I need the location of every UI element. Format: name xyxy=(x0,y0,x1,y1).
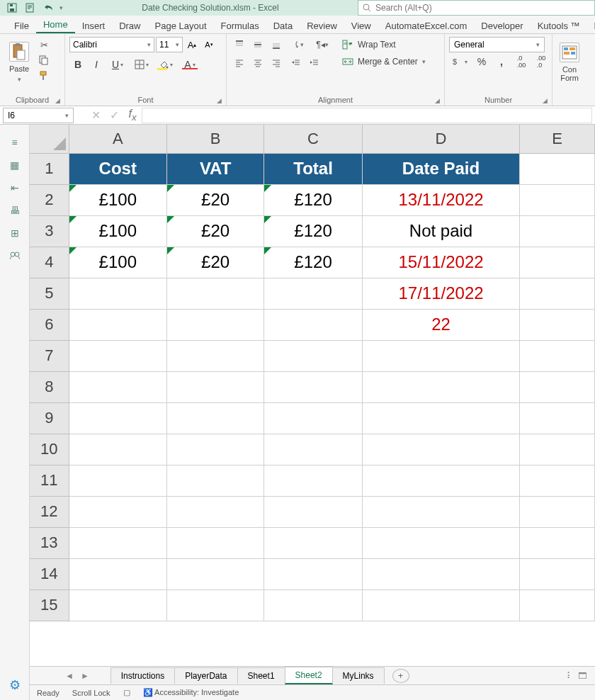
font-color-button[interactable]: A▾ xyxy=(178,57,201,72)
cell-e11[interactable] xyxy=(520,465,595,496)
sheet-tab-playerdata[interactable]: PlayerData xyxy=(174,667,237,684)
formula-input[interactable] xyxy=(142,108,592,123)
cell-b6[interactable] xyxy=(166,309,264,340)
col-header-e[interactable]: E xyxy=(520,125,595,153)
sheet-tab-instructions[interactable]: Instructions xyxy=(110,667,175,684)
alignment-launcher-icon[interactable]: ◢ xyxy=(435,97,440,104)
cell-c10[interactable] xyxy=(264,434,362,465)
cell-a8[interactable] xyxy=(69,371,166,402)
cell-d1[interactable]: Date Paid xyxy=(362,153,520,184)
cell-e15[interactable] xyxy=(520,589,595,621)
cell-d8[interactable] xyxy=(362,371,520,402)
text-direction-icon[interactable]: ¶◂▾ xyxy=(310,37,334,52)
cell-d13[interactable] xyxy=(362,527,520,558)
row-header-8[interactable]: 8 xyxy=(30,371,69,402)
sheet-tab-sheet2[interactable]: Sheet2 xyxy=(285,667,333,684)
save-icon[interactable] xyxy=(4,1,20,14)
cell-e8[interactable] xyxy=(520,371,595,402)
accounting-format-icon[interactable]: $▾ xyxy=(449,54,470,69)
decrease-decimal-icon[interactable]: .00.0 xyxy=(533,54,550,69)
cell-a2[interactable]: £100 xyxy=(69,184,166,215)
row-header-14[interactable]: 14 xyxy=(30,558,69,589)
cell-c5[interactable] xyxy=(264,278,362,309)
cell-d3[interactable]: Not paid xyxy=(362,215,520,247)
tab-kutools-plus[interactable]: Kutools Pl xyxy=(587,18,595,33)
cell-c1[interactable]: Total xyxy=(264,153,362,184)
percent-format-icon[interactable]: % xyxy=(473,54,490,69)
add-sheet-button[interactable]: + xyxy=(392,669,409,683)
col-header-b[interactable]: B xyxy=(166,125,264,153)
cell-c2[interactable]: £120 xyxy=(264,184,362,215)
sheet-tab-sheet1[interactable]: Sheet1 xyxy=(237,667,285,684)
cell-a6[interactable] xyxy=(69,309,166,340)
sheet-nav-prev-icon[interactable]: ◄ xyxy=(65,671,74,681)
italic-button[interactable]: I xyxy=(88,57,105,72)
name-box[interactable]: I6▾ xyxy=(3,108,74,123)
cell-d14[interactable] xyxy=(362,558,520,589)
macro-record-icon[interactable]: ▢ xyxy=(123,688,130,697)
paste-button[interactable]: Paste ▾ xyxy=(4,37,34,88)
align-middle-icon[interactable] xyxy=(249,37,266,52)
cell-d2[interactable]: 13/11/2022 xyxy=(362,184,520,215)
cell-d5[interactable]: 17/11/2022 xyxy=(362,278,520,309)
align-bottom-icon[interactable] xyxy=(268,37,285,52)
font-name-select[interactable]: Calibri▾ xyxy=(69,37,154,52)
underline-button[interactable]: U▾ xyxy=(106,57,129,72)
row-header-7[interactable]: 7 xyxy=(30,340,69,371)
cell-a14[interactable] xyxy=(69,558,166,589)
cell-d11[interactable] xyxy=(362,465,520,496)
cell-e1[interactable] xyxy=(520,153,595,184)
row-header-5[interactable]: 5 xyxy=(30,278,69,309)
cell-b3[interactable]: £20 xyxy=(166,215,264,247)
sidebar-import-icon[interactable]: ⇤ xyxy=(7,181,23,194)
search-input[interactable]: Search (Alt+Q) xyxy=(358,0,595,16)
cell-d7[interactable] xyxy=(362,340,520,371)
cell-d6[interactable]: 22 xyxy=(362,309,520,340)
col-header-a[interactable]: A xyxy=(69,125,166,153)
cell-b4[interactable]: £20 xyxy=(166,247,264,278)
sidebar-table-icon[interactable]: ▦ xyxy=(7,159,23,171)
cell-a12[interactable] xyxy=(69,496,166,527)
cell-a4[interactable]: £100 xyxy=(69,247,166,278)
fx-icon[interactable]: fx xyxy=(123,108,142,123)
tab-insert[interactable]: Insert xyxy=(75,18,113,33)
col-header-c[interactable]: C xyxy=(264,125,362,153)
decrease-font-icon[interactable]: A▾ xyxy=(201,37,217,52)
row-header-10[interactable]: 10 xyxy=(30,434,69,465)
sidebar-grid-icon[interactable]: ⊞ xyxy=(7,227,23,239)
align-top-icon[interactable] xyxy=(231,37,248,52)
row-header-4[interactable]: 4 xyxy=(30,247,69,278)
row-header-6[interactable]: 6 xyxy=(30,309,69,340)
col-header-d[interactable]: D xyxy=(362,125,520,153)
row-header-13[interactable]: 13 xyxy=(30,527,69,558)
cell-b8[interactable] xyxy=(166,371,264,402)
borders-button[interactable]: ▾ xyxy=(130,57,153,72)
save-as-icon[interactable] xyxy=(23,1,38,14)
sheet-nav-next-icon[interactable]: ► xyxy=(81,671,89,681)
tab-kutools[interactable]: Kutools ™ xyxy=(531,18,587,33)
font-size-select[interactable]: 11▾ xyxy=(156,37,183,52)
cell-b10[interactable] xyxy=(166,434,264,465)
paste-dropdown-icon[interactable]: ▾ xyxy=(18,76,21,83)
merge-dropdown-icon[interactable]: ▾ xyxy=(422,58,426,65)
cell-a10[interactable] xyxy=(69,434,166,465)
display-options-icon[interactable]: ⠇ 🗖 xyxy=(567,671,588,681)
cell-b12[interactable] xyxy=(166,496,264,527)
cell-b14[interactable] xyxy=(166,558,264,589)
cell-a5[interactable] xyxy=(69,278,166,309)
merge-center-button[interactable]: Merge & Center ▾ xyxy=(337,54,431,69)
cell-c14[interactable] xyxy=(264,558,362,589)
cell-e6[interactable] xyxy=(520,309,595,340)
cell-b7[interactable] xyxy=(166,340,264,371)
wrap-text-button[interactable]: ab Wrap Text xyxy=(337,37,431,52)
sidebar-lines-icon[interactable]: ≡ xyxy=(7,136,23,149)
cell-a15[interactable] xyxy=(69,589,166,621)
number-format-select[interactable]: General▾ xyxy=(449,37,545,52)
row-header-12[interactable]: 12 xyxy=(30,496,69,527)
clipboard-launcher-icon[interactable]: ◢ xyxy=(55,97,60,104)
sheet-tab-mylinks[interactable]: MyLinks xyxy=(332,667,385,684)
cell-b9[interactable] xyxy=(166,402,264,434)
cell-a1[interactable]: Cost xyxy=(69,153,166,184)
cell-d12[interactable] xyxy=(362,496,520,527)
row-header-1[interactable]: 1 xyxy=(30,153,69,184)
